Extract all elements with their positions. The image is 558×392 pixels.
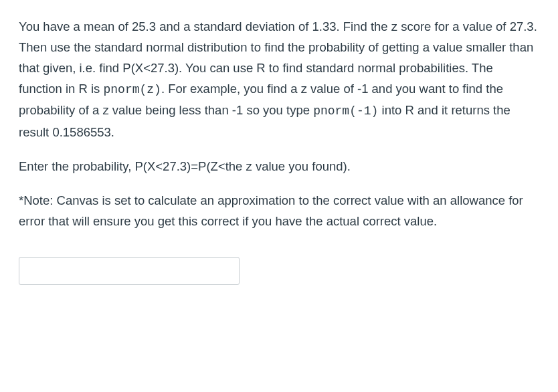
code-pnorm-neg1: pnorm(-1) xyxy=(313,104,378,118)
question-body: You have a mean of 25.3 and a standard d… xyxy=(19,16,539,231)
paragraph-2: Enter the probability, P(X<27.3)=P(Z<the… xyxy=(19,156,539,177)
paragraph-3: *Note: Canvas is set to calculate an app… xyxy=(19,190,539,231)
answer-input[interactable] xyxy=(19,257,240,285)
paragraph-1: You have a mean of 25.3 and a standard d… xyxy=(19,16,539,142)
code-pnorm-z: pnorm(z) xyxy=(103,83,161,96)
